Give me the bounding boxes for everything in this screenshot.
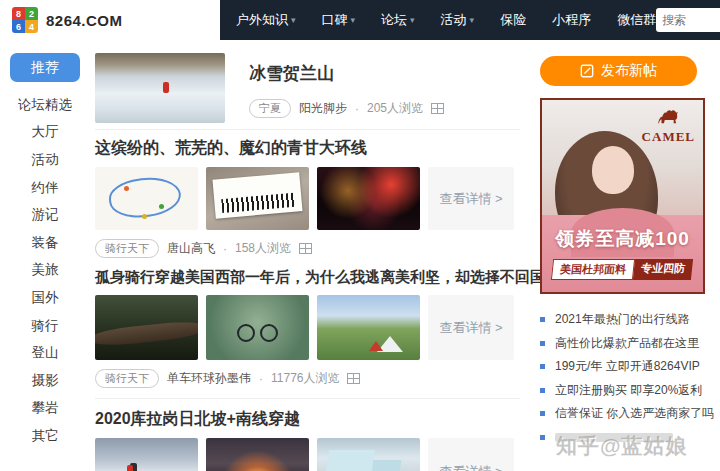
promo-link-label: 199元/年 立即开通8264VIP [555, 358, 700, 375]
forum-source-icon [431, 103, 444, 114]
menu-label: 论坛 [381, 11, 407, 29]
promo-link[interactable]: 2021年最热门的出行线路 [540, 308, 705, 332]
search-box [656, 8, 720, 32]
sidebar-item-companions[interactable]: 约伴 [0, 174, 90, 202]
view-details-button[interactable]: 查看详情 > [428, 295, 514, 360]
post-thumbnail[interactable] [95, 167, 198, 230]
logo-text: 8264.COM [46, 12, 123, 29]
logo-tile: 8 [12, 7, 25, 20]
post-title[interactable]: 2020库拉岗日北坡+南线穿越 [95, 409, 520, 430]
ad-feature-tags: 美国杜邦面料 专业四防 [551, 259, 693, 280]
chevron-down-icon: ▾ [291, 15, 296, 25]
bullet-icon [540, 317, 545, 322]
post-feed: 冰雪贺兰山 宁夏 阳光脚步 · 205人浏览 这缤纷的、荒芜的、魔幻的青甘大环线… [95, 53, 520, 471]
menu-item-forum[interactable]: 论坛▾ [381, 11, 415, 29]
post-tag[interactable]: 宁夏 [249, 99, 291, 118]
bullet-icon [540, 364, 545, 369]
logo-tile: 4 [25, 20, 38, 33]
post-meta: 宁夏 阳光脚步 · 205人浏览 [249, 99, 444, 118]
bullet-icon [540, 411, 545, 416]
post-item: 2020库拉岗日北坡+南线穿越 查看详情 > 游记攻略 清风1236 · 205… [95, 409, 520, 471]
sidebar-item-hall[interactable]: 大厅 [0, 119, 90, 147]
view-details-button[interactable]: 查看详情 > [428, 167, 514, 230]
sidebar-item-gear[interactable]: 装备 [0, 229, 90, 257]
post-views: 205人浏览 [367, 100, 423, 117]
post-author[interactable]: 阳光脚步 [299, 100, 347, 117]
menu-label: 小程序 [552, 11, 591, 29]
post-title[interactable]: 这缤纷的、荒芜的、魔幻的青甘大环线 [95, 138, 520, 159]
logo-icon: 8 2 6 4 [12, 7, 38, 33]
promo-link-label: 2021年最热门的出行线路 [555, 311, 690, 328]
promo-link-label: 高性价比爆款产品都在这里 [555, 335, 699, 352]
menu-label: 口碑 [322, 11, 348, 29]
menu-item-outdoor-knowledge[interactable]: 户外知识▾ [236, 11, 296, 29]
chevron-down-icon: ▾ [470, 15, 475, 25]
post-title[interactable]: 冰雪贺兰山 [249, 62, 444, 85]
post-thumbnail[interactable] [95, 53, 225, 123]
ad-tag-protection: 专业四防 [633, 259, 693, 280]
menu-item-insurance[interactable]: 保险 [500, 11, 526, 29]
post-item: 冰雪贺兰山 宁夏 阳光脚步 · 205人浏览 [95, 53, 520, 130]
ad-tag-fabric: 美国杜邦面料 [551, 259, 635, 280]
pencil-icon [580, 64, 594, 78]
camel-logo: CAMEL [642, 107, 695, 145]
camel-ad-banner[interactable]: CAMEL 领券至高减100 美国杜邦面料 专业四防 [540, 98, 705, 294]
sidebar-item-travel[interactable]: 美旅 [0, 257, 90, 285]
promo-link[interactable]: 高性价比爆款产品都在这里 [540, 332, 705, 356]
post-views: 11776人浏览 [271, 370, 339, 387]
promo-link-list: 2021年最热门的出行线路 高性价比爆款产品都在这里 199元/年 立即开通82… [540, 308, 705, 449]
view-details-button[interactable]: 查看详情 > [428, 438, 514, 471]
main-menu: 户外知识▾ 口碑▾ 论坛▾ 活动▾ 保险 小程序 微信群 [236, 11, 656, 29]
logo-tile: 6 [12, 20, 25, 33]
meta-separator: · [355, 102, 359, 116]
new-post-label: 发布新帖 [601, 62, 657, 80]
promo-link-label: 信誉保证 你入选严选商家了吗 [555, 405, 714, 422]
post-author[interactable]: 单车环球孙墨伟 [167, 370, 251, 387]
post-thumbnail[interactable] [317, 295, 420, 360]
post-thumbnail[interactable] [317, 167, 420, 230]
post-thumbnail[interactable] [206, 295, 309, 360]
top-navbar: 8 2 6 4 8264.COM 户外知识▾ 口碑▾ 论坛▾ 活动▾ 保险 小程… [0, 0, 720, 40]
post-title[interactable]: 孤身骑行穿越美国西部一年后，为什么我逃离美利坚，却选择不回国? [95, 268, 520, 287]
meta-separator: · [223, 242, 227, 256]
sidebar-item-travel-notes[interactable]: 游记 [0, 201, 90, 229]
menu-label: 微信群 [617, 11, 656, 29]
post-tag[interactable]: 骑行天下 [95, 239, 159, 258]
chevron-down-icon: ▾ [351, 15, 356, 25]
post-thumbnail[interactable] [95, 438, 198, 471]
sidebar-item-recommend[interactable]: 推荐 [10, 53, 80, 82]
post-thumbnail[interactable] [95, 295, 198, 360]
sidebar-item-forum-picks[interactable]: 论坛精选 [0, 91, 90, 119]
sidebar-item-climbing[interactable]: 攀岩 [0, 395, 90, 423]
post-thumbnail[interactable] [206, 438, 309, 471]
search-input[interactable] [662, 13, 720, 27]
sidebar-item-photography[interactable]: 摄影 [0, 367, 90, 395]
meta-separator: · [259, 372, 263, 386]
sidebar-item-other[interactable]: 其它 [0, 422, 90, 450]
forum-source-icon [347, 373, 360, 384]
logo-tile: 2 [25, 7, 38, 20]
menu-item-activities[interactable]: 活动▾ [441, 11, 475, 29]
promo-link[interactable]: 信誉保证 你入选严选商家了吗 [540, 402, 705, 426]
new-post-button[interactable]: 发布新帖 [540, 56, 697, 86]
post-author[interactable]: 唐山高飞 [167, 240, 215, 257]
post-tag[interactable]: 骑行天下 [95, 369, 159, 388]
sidebar-item-overseas[interactable]: 国外 [0, 284, 90, 312]
menu-item-reputation[interactable]: 口碑▾ [322, 11, 356, 29]
page-root: 8 2 6 4 8264.COM 户外知识▾ 口碑▾ 论坛▾ 活动▾ 保险 小程… [0, 0, 720, 471]
post-item: 这缤纷的、荒芜的、魔幻的青甘大环线 查看详情 > 骑行天下 唐山高飞 · 158… [95, 138, 520, 258]
menu-item-mini-program[interactable]: 小程序 [552, 11, 591, 29]
post-views: 158人浏览 [235, 240, 291, 257]
sidebar-item-activities[interactable]: 活动 [0, 146, 90, 174]
promo-link[interactable]: 199元/年 立即开通8264VIP [540, 355, 705, 379]
sidebar-item-mountaineering[interactable]: 登山 [0, 339, 90, 367]
post-meta: 骑行天下 单车环球孙墨伟 · 11776人浏览 [95, 369, 520, 388]
promo-link[interactable]: 立即注册购买 即享20%返利 [540, 379, 705, 403]
site-logo[interactable]: 8 2 6 4 8264.COM [0, 0, 220, 40]
sidebar-item-cycling[interactable]: 骑行 [0, 312, 90, 340]
post-meta: 骑行天下 唐山高飞 · 158人浏览 [95, 239, 520, 258]
post-thumbnail[interactable] [317, 438, 420, 471]
menu-item-wechat-group[interactable]: 微信群 [617, 11, 656, 29]
post-thumbnail[interactable] [206, 167, 309, 230]
left-sidebar: 推荐 论坛精选 大厅 活动 约伴 游记 装备 美旅 国外 骑行 登山 摄影 攀岩… [0, 53, 90, 450]
